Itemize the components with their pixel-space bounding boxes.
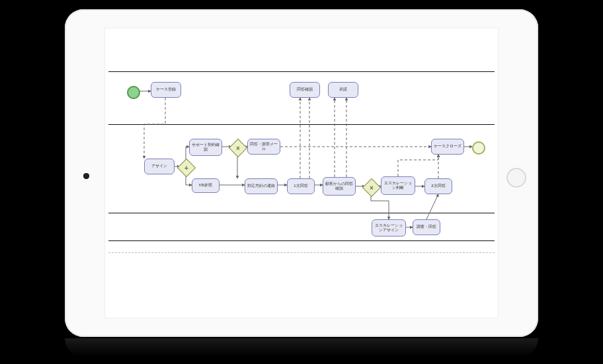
exclusive-gateway: × xyxy=(362,178,381,197)
task-node[interactable]: KB参照 xyxy=(192,178,220,193)
lane-divider xyxy=(108,124,495,125)
task-label: 顧客からの回答確認 xyxy=(325,182,354,191)
flow-edge xyxy=(144,98,165,159)
flow-edge xyxy=(371,193,389,219)
task-label: 回答・謝罪メール xyxy=(249,142,278,151)
task-node[interactable]: 承諾 xyxy=(328,82,358,98)
task-node[interactable]: 1次回答 xyxy=(287,178,315,194)
task-label: 回答確認 xyxy=(297,87,313,92)
gateway-symbol: × xyxy=(232,142,244,154)
task-label: サポート契約確認 xyxy=(191,143,220,152)
task-label: 調査・回答 xyxy=(417,225,436,229)
start-event xyxy=(127,86,140,99)
tablet-frame: +×× ケース登録回答確認承諾アサインサポート契約確認KB参照回答・謝罪メール対… xyxy=(65,9,538,337)
task-label: ケース登録 xyxy=(156,87,176,92)
flow-edge xyxy=(426,194,438,219)
task-label: 承諾 xyxy=(339,87,347,92)
gateway-symbol: × xyxy=(366,182,378,194)
parallel-gateway: + xyxy=(177,159,196,177)
reflection xyxy=(65,338,538,357)
task-label: 1次回答 xyxy=(294,184,307,188)
task-node[interactable]: エスカレーション判断 xyxy=(381,176,415,195)
task-node[interactable]: 顧客からの回答確認 xyxy=(323,177,356,196)
flow-edge xyxy=(398,155,438,176)
gateway-symbol: + xyxy=(181,162,192,174)
task-label: KB参照 xyxy=(199,183,212,188)
task-label: 2次回答 xyxy=(431,184,445,188)
task-node[interactable]: アサイン xyxy=(144,159,175,174)
end-event xyxy=(472,141,485,155)
task-node[interactable]: ケース登録 xyxy=(151,82,181,98)
diagram-canvas: +×× ケース登録回答確認承諾アサインサポート契約確認KB参照回答・謝罪メール対… xyxy=(104,28,499,318)
task-label: アサイン xyxy=(151,164,167,168)
task-label: エスカレーション判断 xyxy=(383,181,413,190)
task-node[interactable]: 回答・謝罪メール xyxy=(247,139,280,155)
task-label: 対応方針の連絡 xyxy=(247,184,275,188)
task-label: ケースクローズ xyxy=(434,144,462,149)
task-node[interactable]: エスカレーションアサイン xyxy=(372,219,406,237)
lane-divider-dashed xyxy=(108,252,495,253)
lane-divider xyxy=(108,71,495,72)
exclusive-gateway: × xyxy=(229,139,247,157)
task-node[interactable]: サポート契約確認 xyxy=(189,139,222,156)
camera-dot xyxy=(83,173,89,179)
task-node[interactable]: 回答確認 xyxy=(290,82,320,98)
lane-divider xyxy=(108,240,495,241)
task-node[interactable]: 2次回答 xyxy=(424,178,452,194)
task-node[interactable]: ケースクローズ xyxy=(431,139,464,155)
task-label: エスカレーションアサイン xyxy=(374,223,404,233)
home-button[interactable] xyxy=(506,168,526,188)
lane-divider xyxy=(108,213,495,213)
task-node[interactable]: 調査・回答 xyxy=(413,219,440,235)
task-node[interactable]: 対応方針の連絡 xyxy=(245,178,278,194)
